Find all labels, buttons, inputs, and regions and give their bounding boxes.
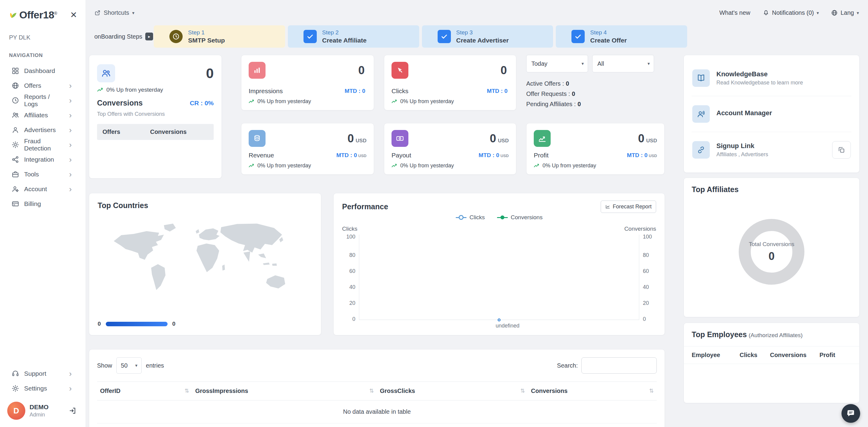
- forecast-report-button[interactable]: Forecast Report: [601, 201, 656, 213]
- close-icon[interactable]: ✕: [70, 11, 77, 19]
- onboarding-step-create-affiliate[interactable]: Step 2 Create Affiliate: [288, 25, 419, 48]
- checkbox-checked-icon: [571, 30, 585, 43]
- chevron-right-icon: ›: [69, 126, 72, 134]
- banknote-icon: [392, 130, 408, 147]
- signup-link-row[interactable]: Signup Link Affiliates , Advertisers: [692, 132, 851, 167]
- data-point-marker: [498, 318, 501, 322]
- nodes-icon: [11, 156, 19, 163]
- table-row: No data available in table: [97, 400, 657, 423]
- column-header-offerid[interactable]: OfferID⇅: [97, 382, 192, 400]
- onboarding-step-smtp-setup[interactable]: Step 1 SMTP Setup: [154, 25, 285, 48]
- sidebar-item-account[interactable]: Account ›: [0, 182, 86, 196]
- account-manager-link[interactable]: Account Manager: [692, 96, 851, 132]
- sidebar-item-advertisers[interactable]: Advertisers ›: [0, 122, 86, 137]
- chevron-right-icon: ›: [69, 185, 72, 193]
- chat-widget-button[interactable]: [841, 404, 860, 423]
- offers-table-card: Show 50 ▾ entries Search:: [89, 349, 665, 427]
- credit-card-icon: [11, 200, 19, 208]
- step-title: Create Affiliate: [322, 37, 367, 44]
- conversions-value: 0: [206, 66, 214, 80]
- impressions-card: 0 Impressions MTD : 0 0% Up from yesterd…: [241, 55, 374, 110]
- top-countries-card: Top Countries: [89, 193, 321, 335]
- sidebar-item-affiliates[interactable]: Affiliates ›: [0, 108, 86, 122]
- impressions-title: Impressions: [249, 87, 283, 95]
- sidebar-item-fraud-detection[interactable]: Fraud Detection ›: [0, 137, 86, 152]
- top-affiliates-title: Top Affiliates: [692, 185, 851, 194]
- entries-label: entries: [146, 362, 164, 369]
- trend-up-icon: [392, 99, 398, 103]
- onboarding-steps: onBoarding Steps ▸ Step 1 SMTP Setup Ste…: [89, 25, 687, 48]
- brand-logo: Offer18®: [8, 9, 57, 21]
- sidebar-item-settings[interactable]: Settings ›: [0, 381, 86, 396]
- logout-icon[interactable]: [69, 407, 76, 415]
- legend-clicks[interactable]: Clicks: [456, 214, 485, 221]
- scope-select[interactable]: All: [592, 55, 654, 72]
- gear-icon: [11, 385, 19, 392]
- notifications-menu[interactable]: Notifications (0) ▾: [763, 9, 819, 16]
- chevron-right-icon: ›: [69, 111, 72, 119]
- scale-max: 0: [173, 321, 176, 327]
- topbar: Shortcuts ▾ What's new Notifications (0)…: [89, 0, 860, 25]
- sidebar: Offer18® ✕ PY DLK NAVIGATION Dashboard O…: [0, 0, 86, 427]
- revenue-value: 0: [347, 132, 354, 145]
- payout-card: 0USD Payout MTD : 0USD 0% Up from yester…: [384, 123, 516, 175]
- search-input[interactable]: [581, 357, 657, 374]
- conversions-icon: [97, 64, 115, 82]
- chevron-right-icon: ›: [69, 370, 72, 377]
- step-number: Step 4: [590, 29, 627, 36]
- legend-conversions[interactable]: Conversions: [497, 214, 543, 221]
- trend-up-icon: [534, 164, 540, 167]
- user-profile[interactable]: D DEMO Admin: [0, 396, 86, 427]
- empty-table-message: No data available in table: [97, 400, 657, 423]
- sidebar-item-billing[interactable]: Billing: [0, 196, 86, 211]
- active-offers-stat: Active Offers :0: [526, 80, 664, 87]
- quick-link-title: KnowledgeBase: [716, 70, 803, 78]
- sidebar-item-support[interactable]: Support ›: [0, 366, 86, 381]
- column-employee: Employee: [692, 352, 740, 359]
- step-number: Step 1: [188, 29, 225, 36]
- onboarding-step-create-advertiser[interactable]: Step 3 Create Advertiser: [422, 25, 553, 48]
- brand-name: Offer18®: [19, 9, 57, 21]
- copy-signup-link-button[interactable]: [832, 141, 851, 159]
- account-code: PY DLK: [0, 21, 86, 41]
- whats-new-link[interactable]: What's new: [719, 9, 750, 16]
- book-icon: [692, 69, 710, 87]
- sidebar-item-label: Offers: [24, 82, 64, 89]
- knowledgebase-link[interactable]: KnowledgeBase Read Knowledgebase to lear…: [692, 60, 851, 96]
- date-range-select[interactable]: Today: [526, 55, 588, 72]
- donut-center-label: Total Conversions: [749, 241, 794, 248]
- shortcuts-menu[interactable]: Shortcuts ▾: [94, 9, 134, 16]
- chevron-right-icon: ›: [69, 171, 72, 178]
- column-header-grossclicks[interactable]: GrossClicks⇅: [377, 382, 528, 400]
- top-countries-title: Top Countries: [98, 201, 313, 210]
- sidebar-item-label: Support: [24, 370, 64, 377]
- sidebar-item-tools[interactable]: Tools ›: [0, 167, 86, 182]
- sidebar-item-integration[interactable]: Integration ›: [0, 152, 86, 167]
- sidebar-item-reports-logs[interactable]: Reports / Logs ›: [0, 93, 86, 108]
- sidebar-item-label: Advertisers: [24, 126, 64, 133]
- sidebar-item-dashboard[interactable]: Dashboard: [0, 63, 86, 78]
- quick-link-title: Signup Link: [716, 142, 768, 150]
- column-header-grossimpressions[interactable]: GrossImpressions⇅: [192, 382, 377, 400]
- lang-label: Lang: [841, 9, 854, 16]
- performance-title: Performance: [342, 202, 388, 211]
- chevron-down-icon: ▾: [816, 10, 819, 15]
- sidebar-item-label: Fraud Detection: [24, 138, 64, 152]
- sort-icon: ⇅: [521, 388, 525, 394]
- sidebar-item-label: Settings: [24, 385, 64, 392]
- clicks-marker-icon: [456, 217, 467, 218]
- page-size-select[interactable]: 50: [116, 357, 142, 374]
- onboarding-step-create-offer[interactable]: Step 4 Create Offer: [556, 25, 687, 48]
- dashboard-icon: [11, 67, 19, 75]
- lang-menu[interactable]: Lang ▾: [831, 9, 859, 16]
- play-icon[interactable]: ▸: [145, 33, 153, 40]
- launch-icon: [94, 10, 101, 16]
- gear-icon: [11, 141, 19, 149]
- x-axis-label: undefined: [342, 323, 656, 329]
- column-header-conversions[interactable]: Conversions⇅: [528, 382, 657, 400]
- coins-icon: [249, 130, 266, 147]
- sidebar-item-offers[interactable]: Offers ›: [0, 78, 86, 93]
- impressions-mtd: MTD : 0: [344, 88, 367, 94]
- clock-icon: [169, 30, 183, 43]
- left-axis-label: Clicks: [342, 225, 358, 232]
